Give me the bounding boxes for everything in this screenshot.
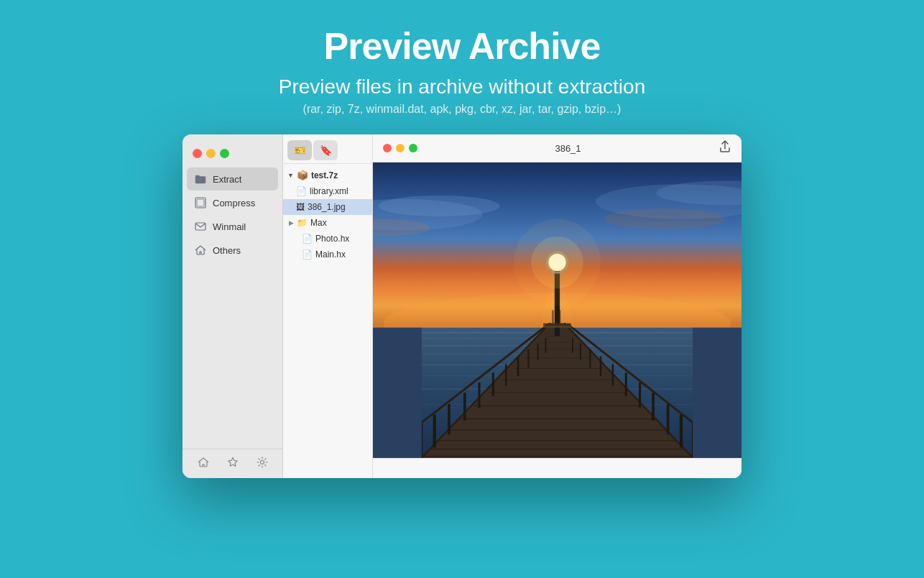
svg-rect-52 bbox=[680, 415, 683, 448]
svg-rect-55 bbox=[639, 382, 641, 408]
svg-point-6 bbox=[378, 196, 499, 216]
mac-window: Extract Compress bbox=[183, 134, 741, 478]
svg-point-71 bbox=[514, 219, 601, 306]
formats-text: (rar, zip, 7z, winmail.dat, apk, pkg, cb… bbox=[279, 103, 645, 116]
preview-titlebar: 386_1 bbox=[373, 134, 741, 162]
preview-panel: 386_1 bbox=[373, 134, 741, 478]
pier-image bbox=[373, 162, 741, 458]
file-item-main[interactable]: 📄 Main.hx bbox=[283, 247, 372, 262]
folder-name: Max bbox=[310, 218, 327, 228]
image-icon: 🖼 bbox=[296, 202, 305, 212]
svg-rect-74 bbox=[555, 308, 557, 324]
svg-rect-1 bbox=[197, 199, 204, 206]
share-icon[interactable] bbox=[719, 140, 731, 156]
minimize-button[interactable] bbox=[206, 149, 216, 158]
sidebar-nav: Extract Compress bbox=[183, 164, 282, 449]
root-icon: 📦 bbox=[297, 170, 308, 180]
svg-rect-50 bbox=[545, 338, 547, 353]
photo-name: Photo.hx bbox=[315, 234, 349, 244]
preview-traffic-lights bbox=[383, 144, 417, 152]
sidebar-item-others[interactable]: Others bbox=[187, 239, 278, 262]
main-name: Main.hx bbox=[315, 249, 346, 260]
svg-rect-42 bbox=[448, 404, 451, 434]
tab2-icon: 🔖 bbox=[320, 144, 332, 156]
svg-rect-44 bbox=[478, 382, 480, 408]
svg-marker-65 bbox=[693, 328, 741, 458]
preview-title: 386_1 bbox=[555, 143, 581, 154]
preview-close-dot bbox=[383, 144, 392, 152]
folder-icon: 📁 bbox=[297, 218, 308, 228]
sidebar-compress-label: Compress bbox=[213, 198, 255, 208]
svg-rect-58 bbox=[600, 357, 601, 377]
window-body: Extract Compress bbox=[183, 134, 741, 478]
preview-image-container bbox=[373, 162, 741, 458]
toolbar-tabs: 🎫 🔖 bbox=[283, 134, 372, 164]
svg-rect-43 bbox=[463, 393, 466, 421]
compress-icon bbox=[194, 196, 207, 209]
svg-rect-41 bbox=[433, 415, 436, 448]
file-panel: 🎫 🔖 ▼ 📦 test.7z 📄 library.xml bbox=[283, 134, 373, 478]
svg-rect-48 bbox=[527, 349, 529, 367]
file-item-max-folder[interactable]: ▶ 📁 Max bbox=[283, 215, 372, 231]
tab1-icon: 🎫 bbox=[294, 144, 306, 156]
folder-icon bbox=[194, 173, 207, 185]
file-item-photo[interactable]: 📄 Photo.hx bbox=[283, 231, 372, 247]
photo-icon: 📄 bbox=[302, 234, 313, 244]
svg-rect-60 bbox=[580, 344, 581, 360]
svg-rect-61 bbox=[572, 338, 573, 353]
file-item-library[interactable]: 📄 library.xml bbox=[283, 183, 372, 199]
file-tree: ▼ 📦 test.7z 📄 library.xml 🖼 386_1.jpg ▶ bbox=[283, 164, 372, 478]
sidebar-extract-label: Extract bbox=[213, 174, 241, 185]
svg-rect-54 bbox=[652, 393, 655, 421]
root-filename: test.7z bbox=[311, 170, 338, 180]
close-button[interactable] bbox=[193, 149, 202, 158]
library-name: library.xml bbox=[310, 186, 348, 196]
home-bottom-icon[interactable] bbox=[198, 457, 209, 471]
svg-point-3 bbox=[260, 461, 264, 464]
svg-rect-45 bbox=[492, 373, 494, 397]
svg-rect-73 bbox=[552, 311, 553, 324]
toolbar-tab-1[interactable]: 🎫 bbox=[287, 140, 312, 160]
svg-point-10 bbox=[604, 208, 726, 229]
svg-rect-59 bbox=[589, 349, 591, 367]
svg-rect-57 bbox=[612, 364, 614, 386]
gear-bottom-icon[interactable] bbox=[257, 457, 268, 471]
file-item-386[interactable]: 🖼 386_1.jpg bbox=[283, 199, 372, 215]
library-icon: 📄 bbox=[296, 186, 307, 196]
sidebar-winmail-label: Winmail bbox=[213, 221, 246, 232]
sidebar-item-winmail[interactable]: Winmail bbox=[187, 215, 278, 238]
preview-min-dot bbox=[396, 144, 405, 152]
svg-rect-56 bbox=[625, 373, 627, 397]
sidebar-item-compress[interactable]: Compress bbox=[187, 191, 278, 214]
sidebar: Extract Compress bbox=[183, 134, 283, 478]
sidebar-others-label: Others bbox=[213, 245, 241, 256]
maximize-button[interactable] bbox=[220, 149, 229, 158]
toolbar-tab-2[interactable]: 🔖 bbox=[313, 140, 338, 160]
main-icon: 📄 bbox=[302, 249, 313, 260]
envelope-icon bbox=[194, 220, 207, 233]
svg-rect-76 bbox=[373, 326, 741, 327]
page-subtitle: Preview files in archive without extract… bbox=[279, 75, 645, 98]
image-name: 386_1.jpg bbox=[308, 202, 346, 212]
page-title: Preview Archive bbox=[279, 26, 645, 67]
svg-rect-46 bbox=[505, 364, 507, 386]
svg-rect-47 bbox=[517, 357, 519, 377]
sidebar-item-extract[interactable]: Extract bbox=[187, 168, 278, 191]
star-bottom-icon[interactable] bbox=[227, 457, 239, 471]
house-icon bbox=[194, 244, 207, 257]
svg-rect-75 bbox=[559, 311, 560, 324]
sidebar-bottom bbox=[183, 449, 282, 478]
folder-chevron: ▶ bbox=[289, 219, 294, 226]
svg-rect-49 bbox=[537, 344, 539, 360]
header-section: Preview Archive Preview files in archive… bbox=[279, 0, 645, 116]
preview-bottom-bar bbox=[373, 458, 741, 478]
svg-marker-64 bbox=[373, 328, 422, 458]
svg-rect-53 bbox=[667, 404, 670, 434]
file-root[interactable]: ▼ 📦 test.7z bbox=[283, 167, 372, 183]
preview-max-dot bbox=[409, 144, 417, 152]
window-controls bbox=[183, 140, 282, 164]
